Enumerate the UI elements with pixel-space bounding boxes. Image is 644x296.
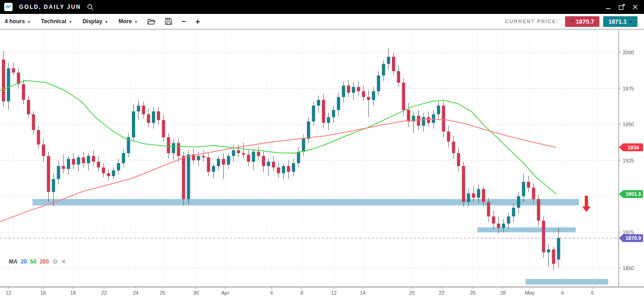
open-folder-icon[interactable]	[147, 18, 156, 25]
symbol-search-icon[interactable]	[87, 4, 94, 11]
chart-title: GOLD, DAILY JUN	[19, 4, 81, 10]
app-logo-icon	[4, 3, 13, 11]
svg-text:12: 12	[6, 290, 11, 296]
svg-text:1975: 1975	[623, 86, 634, 91]
chevron-down-icon: ▼	[104, 20, 108, 24]
chart-toolbar: 4 hours ▼ Technical ▼ Display ▼ More ▼ −…	[0, 14, 644, 30]
title-bar: GOLD, DAILY JUN	[0, 0, 644, 14]
chevron-down-icon: ▼	[27, 20, 31, 24]
svg-text:26: 26	[160, 290, 165, 296]
window-controls	[605, 4, 638, 10]
svg-text:4: 4	[561, 290, 564, 296]
candlestick-series	[2, 48, 560, 270]
svg-text:1934: 1934	[628, 145, 639, 150]
svg-text:24: 24	[133, 290, 138, 296]
ma-label: MA	[9, 258, 18, 265]
zoom-out-button[interactable]: −	[182, 18, 186, 26]
svg-text:May: May	[525, 290, 535, 296]
zoom-in-button[interactable]: +	[195, 18, 200, 26]
svg-text:22: 22	[101, 290, 107, 296]
svg-text:1875: 1875	[623, 230, 634, 235]
support-zone	[33, 199, 579, 206]
svg-text:6: 6	[270, 290, 273, 296]
bid-price-chip[interactable]: ▼ 1870.7	[565, 16, 599, 27]
current-price-group: CURRENT PRICE: ▼ 1870.7 1871.1 ▲	[505, 16, 637, 27]
arrow-down-icon: ▼	[570, 19, 574, 23]
ask-price-chip[interactable]: 1871.1 ▲	[603, 16, 637, 27]
svg-text:26: 26	[470, 290, 475, 296]
svg-text:1901.5: 1901.5	[625, 191, 641, 197]
menu-display[interactable]: Display ▼	[83, 18, 109, 25]
svg-text:1870.9: 1870.9	[625, 235, 641, 241]
support-resistance-zones	[33, 199, 608, 284]
chevron-down-icon: ▼	[134, 20, 138, 24]
svg-text:20: 20	[409, 290, 415, 296]
svg-text:2000: 2000	[623, 50, 634, 55]
chart-area: 20001975195019251875185012161822242630Ap…	[0, 30, 644, 296]
ma-period-50: 50	[30, 258, 36, 265]
current-price-label: CURRENT PRICE:	[505, 19, 559, 24]
remove-indicator-icon[interactable]: ✕	[61, 258, 66, 265]
svg-text:1850: 1850	[623, 265, 634, 271]
save-icon[interactable]	[165, 18, 172, 25]
sell-arrow-annotation	[582, 196, 591, 212]
svg-text:22: 22	[439, 290, 444, 296]
minimize-button[interactable]	[605, 4, 611, 10]
svg-text:12: 12	[331, 290, 337, 296]
axes	[0, 30, 644, 287]
chevron-down-icon: ▼	[69, 20, 72, 24]
svg-text:14: 14	[360, 290, 365, 296]
svg-text:8: 8	[300, 290, 303, 296]
arrow-up-icon: ▲	[629, 19, 632, 23]
chart-canvas[interactable]: 20001975195019251875185012161822242630Ap…	[0, 30, 644, 296]
ma-period-200: 200	[39, 258, 49, 265]
popout-window-button[interactable]	[618, 4, 625, 10]
support-zone	[477, 227, 576, 232]
ask-price-value: 1871.1	[608, 18, 627, 25]
ma-indicator-legend: MA 20 50 200 ⚙ ✕	[9, 258, 66, 265]
svg-text:18: 18	[70, 290, 76, 296]
bid-price-value: 1870.7	[576, 18, 594, 25]
svg-text:Apr: Apr	[221, 290, 229, 296]
svg-text:16: 16	[40, 290, 46, 296]
support-zone	[526, 279, 608, 284]
close-button[interactable]	[632, 4, 638, 10]
svg-text:1925: 1925	[623, 158, 634, 163]
svg-text:30: 30	[193, 290, 199, 296]
time-axis[interactable]: 12161822242630Apr68121420222628May46	[6, 287, 594, 296]
vertical-gridlines	[8, 33, 592, 287]
menu-technical[interactable]: Technical ▼	[41, 18, 72, 25]
menu-more[interactable]: More ▼	[118, 18, 138, 25]
svg-text:28: 28	[500, 290, 506, 296]
gear-icon[interactable]: ⚙	[52, 258, 58, 265]
ma-period-20: 20	[21, 258, 27, 265]
svg-text:1950: 1950	[623, 122, 634, 127]
timeframe-dropdown[interactable]: 4 hours ▼	[5, 18, 31, 25]
svg-text:6: 6	[591, 290, 594, 296]
